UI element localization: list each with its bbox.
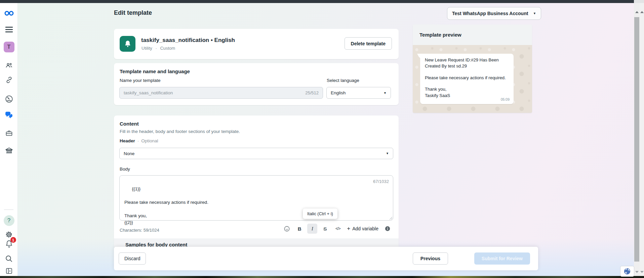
- content-card: Content Fill in the header, body and foo…: [114, 115, 399, 248]
- name-char-counter: 25/512: [305, 90, 319, 95]
- add-variable-label: Add variable: [352, 226, 378, 231]
- help-question-icon: ?: [4, 215, 14, 226]
- preview-title: Template preview: [413, 25, 532, 45]
- characters-counter: Characters: 59/1024: [120, 228, 159, 233]
- sidebar-divider: [4, 210, 13, 210]
- header-optional-label: Optional: [141, 138, 158, 143]
- language-select[interactable]: English ▼: [326, 87, 391, 99]
- header-field-label-row: Header·Optional: [120, 138, 158, 143]
- submit-for-review-button[interactable]: Submit for Review: [474, 252, 530, 265]
- body-textarea[interactable]: {{1}} Please take necessary actions if r…: [119, 175, 393, 221]
- body-format-toolbar: B I S </> + Add variable: [282, 224, 393, 234]
- message-line: New Leave Request ID:#29 Has Been Create…: [425, 57, 509, 70]
- menu-hamburger-icon[interactable]: [0, 25, 18, 34]
- message-timestamp: 05:09: [501, 97, 510, 102]
- page-title: Edit template: [114, 9, 152, 16]
- italic-button[interactable]: I: [307, 224, 317, 234]
- resize-handle[interactable]: [389, 216, 392, 220]
- inbox-chat-icon[interactable]: [0, 110, 18, 120]
- body-text: {{1}} Please take necessary actions if r…: [124, 186, 208, 225]
- template-type: Custom: [160, 46, 175, 51]
- header-type-select[interactable]: None ▼: [119, 148, 393, 159]
- meta-logo-icon[interactable]: [0, 8, 18, 18]
- template-category: Utility: [142, 46, 152, 51]
- billing-bank-icon[interactable]: [0, 146, 18, 156]
- edit-template-page: T ? 1: [0, 0, 644, 278]
- info-icon[interactable]: [383, 224, 393, 234]
- emoji-smiley-icon[interactable]: [282, 224, 292, 234]
- language-select-value: English: [331, 90, 346, 95]
- label-separator: ·: [137, 138, 139, 143]
- translate-globe-button[interactable]: [620, 266, 634, 277]
- template-subtitle: Utility · Custom: [142, 46, 175, 51]
- collapse-sidebar-icon[interactable]: [0, 266, 18, 276]
- inner-scrollbar-track[interactable]: [634, 3, 640, 276]
- inner-scrollbar-thumb[interactable]: [634, 17, 639, 262]
- header-label: Header: [120, 138, 135, 143]
- plus-icon: +: [347, 225, 350, 232]
- preview-message-bubble: New Leave Request ID:#29 Has Been Create…: [420, 54, 514, 104]
- desktop-wallpaper-sliver: [0, 276, 644, 278]
- message-line: Please take necessary actions if require…: [425, 75, 509, 81]
- body-label: Body: [120, 167, 130, 172]
- subtitle-separator: ·: [155, 46, 157, 51]
- name-language-section-title: Template name and language: [120, 68, 190, 74]
- business-tools-briefcase-icon[interactable]: [0, 129, 18, 138]
- select-language-label: Select language: [327, 78, 359, 83]
- template-summary-card: taskify_saas_notification • English Util…: [114, 29, 399, 59]
- scroll-up-icon[interactable]: [635, 11, 639, 13]
- message-line: Taskify SaaS: [425, 93, 509, 99]
- chevron-down-icon: ▼: [386, 152, 389, 155]
- help-button[interactable]: ?: [0, 215, 18, 226]
- link-icon[interactable]: [0, 75, 18, 85]
- header-type-value: None: [124, 151, 134, 156]
- add-variable-button[interactable]: + Add variable: [346, 225, 380, 232]
- scroll-down-icon[interactable]: [640, 271, 644, 273]
- scroll-up-icon[interactable]: [640, 11, 644, 13]
- italic-tooltip: Italic (Ctrl + i): [303, 208, 337, 219]
- sidebar: T ? 1: [0, 3, 18, 276]
- content-section-title: Content: [120, 121, 139, 127]
- bold-button[interactable]: B: [294, 224, 305, 234]
- template-title: taskify_saas_notification • English: [141, 37, 235, 44]
- performance-gauge-icon[interactable]: [0, 94, 18, 104]
- chevron-down-icon: ▼: [384, 91, 387, 95]
- account-selector[interactable]: Test WhatsApp Business Account ▼: [447, 7, 541, 20]
- account-selector-label: Test WhatsApp Business Account: [452, 11, 528, 16]
- code-button[interactable]: </>: [333, 224, 343, 234]
- message-line: Thank you,: [425, 86, 509, 92]
- body-char-counter: 67/1032: [373, 178, 389, 185]
- name-language-card: Template name and language Name your tem…: [114, 63, 399, 105]
- scroll-down-icon[interactable]: [635, 271, 639, 273]
- template-name-value: taskify_saas_notification: [124, 90, 173, 95]
- outer-scrollbar-track[interactable]: [640, 3, 644, 276]
- notifications-bell-icon[interactable]: 1: [0, 239, 18, 250]
- browser-top-strip-corner: [634, 0, 644, 3]
- strikethrough-button[interactable]: S: [320, 224, 330, 234]
- template-name-label: Name your template: [120, 78, 161, 83]
- business-avatar[interactable]: T: [0, 41, 18, 53]
- avatar-letter: T: [4, 42, 14, 52]
- content-description: Fill in the header, body and footer sect…: [120, 129, 240, 134]
- whatsapp-chat-background: New Leave Request ID:#29 Has Been Create…: [413, 45, 532, 113]
- chevron-down-icon: ▼: [533, 12, 536, 15]
- template-name-input[interactable]: taskify_saas_notification 25/512: [119, 87, 323, 99]
- search-icon[interactable]: [0, 253, 18, 264]
- notification-badge: 1: [10, 237, 16, 243]
- browser-top-strip: [0, 0, 634, 3]
- template-preview-panel: Template preview New Leave Request ID:#2…: [413, 25, 532, 113]
- discard-button[interactable]: Discard: [119, 252, 146, 265]
- footer-action-bar: Discard Previous Submit for Review: [114, 247, 538, 270]
- delete-template-button[interactable]: Delete template: [345, 37, 392, 50]
- audiences-icon[interactable]: [0, 61, 18, 70]
- previous-button[interactable]: Previous: [413, 252, 448, 265]
- template-bell-icon: [120, 36, 135, 52]
